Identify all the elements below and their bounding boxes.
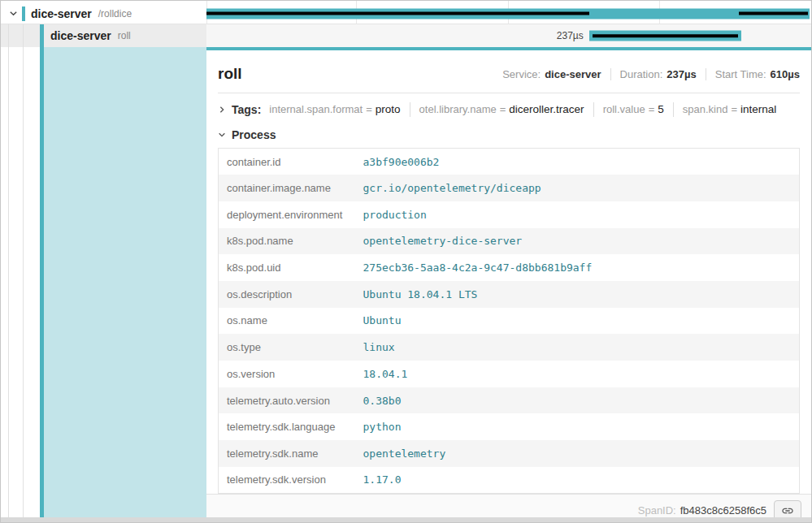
process-value: production (355, 201, 800, 228)
table-row: os.version18.04.1 (219, 361, 800, 387)
tag-key: otel.library.name (419, 103, 497, 115)
spanid-value: fb483c8c6258f6c5 (680, 504, 766, 517)
tag-value: diceroller.tracer (509, 103, 584, 115)
tag-equals: = (366, 103, 372, 115)
table-row: os.descriptionUbuntu 18.04.1 LTS (219, 281, 800, 308)
process-key: telemetry.auto.version (219, 387, 355, 414)
table-row: telemetry.sdk.nameopentelemetry (219, 440, 800, 467)
chevron-down-icon (218, 131, 226, 139)
process-key: os.description (219, 281, 355, 308)
service-name: dice-server (50, 29, 111, 42)
process-value: opentelemetry (355, 440, 800, 467)
tags-accordion[interactable]: Tags: internal.span.format = proto otel.… (218, 100, 800, 119)
self-time-segment (739, 12, 808, 15)
span-row-roll-selected[interactable]: dice-server roll 237µs (1, 24, 811, 47)
span-track[interactable] (206, 3, 811, 24)
span-bar-rolldice[interactable] (206, 8, 810, 19)
indent-guide (8, 24, 9, 47)
process-key: container.id (219, 149, 355, 175)
table-row: container.image.namegcr.io/opentelemetry… (219, 175, 800, 201)
spanid-label: SpanID: (638, 504, 676, 517)
chevron-down-icon[interactable] (7, 9, 19, 18)
duration-stat-label: Duration: (620, 68, 663, 80)
process-key: os.name (219, 308, 355, 335)
tag-value: 5 (658, 103, 664, 115)
service-stat-label: Service: (502, 68, 541, 80)
span-name-cell[interactable]: dice-server roll (1, 24, 206, 47)
process-key: k8s.pod.uid (219, 254, 355, 281)
process-key: telemetry.sdk.name (219, 440, 355, 467)
tags-label: Tags: (232, 103, 261, 116)
process-value: Ubuntu 18.04.1 LTS (355, 281, 800, 308)
process-value: Ubuntu (355, 308, 800, 335)
table-row: k8s.pod.nameopentelemetry-dice-server (219, 228, 800, 255)
divider (593, 102, 594, 117)
process-key: telemetry.sdk.language (219, 413, 355, 440)
divider (218, 93, 800, 93)
process-label: Process (232, 128, 276, 141)
tag-equals: = (500, 103, 506, 115)
span-duration-label: 237µs (557, 30, 588, 41)
tag-key: roll.value (603, 103, 645, 115)
process-value: 0.38b0 (355, 387, 800, 414)
table-row: os.nameUbuntu (219, 308, 800, 335)
span-name-cell[interactable]: dice-server /rolldice (1, 3, 206, 24)
span-detail-header: roll Service: dice-server Duration: 237µ… (218, 65, 800, 83)
service-color-bar (22, 6, 25, 21)
process-key: deployment.environment (219, 201, 355, 228)
tag-value: internal (740, 103, 776, 115)
table-row: container.ida3bf90e006b2 (219, 149, 800, 175)
span-detail-panel: roll Service: dice-server Duration: 237µ… (206, 47, 811, 521)
indent-guide (23, 24, 24, 47)
process-value: a3bf90e006b2 (355, 149, 800, 175)
self-time-segment (593, 34, 738, 38)
table-row: telemetry.sdk.languagepython (219, 413, 800, 440)
start-time-stat-value: 610µs (771, 68, 800, 80)
selected-span-highlight (44, 47, 206, 521)
operation-name: roll (118, 30, 131, 41)
link-icon (781, 504, 794, 517)
table-row: os.typelinux (219, 334, 800, 361)
tag-equals: = (649, 103, 655, 115)
service-name: dice-server (31, 7, 92, 20)
selected-span-gutter (1, 47, 206, 521)
process-value: python (355, 413, 800, 440)
divider (410, 102, 410, 117)
process-value: gcr.io/opentelemetry/diceapp (355, 175, 800, 201)
process-key: k8s.pod.name (219, 228, 355, 255)
process-value: 18.04.1 (355, 361, 800, 387)
tag-key: span.kind (683, 103, 728, 115)
process-key: telemetry.sdk.version (219, 467, 355, 494)
span-title: roll (218, 65, 242, 83)
bottom-scroll-track (1, 517, 811, 522)
divider (610, 68, 611, 80)
indent-guide (8, 47, 9, 521)
process-key: container.image.name (219, 175, 355, 201)
process-value: linux (355, 334, 800, 361)
table-row: k8s.pod.uid275ecb36-5aa8-4c2a-9c47-d8bb6… (219, 254, 800, 281)
chevron-right-icon (218, 106, 226, 114)
service-color-bar (40, 24, 44, 47)
process-table: container.ida3bf90e006b2 container.image… (218, 148, 800, 494)
duration-stat-value: 237µs (667, 68, 696, 80)
jaeger-trace-detail-view: dice-server /rolldice dice-server roll (0, 0, 812, 523)
table-row: deployment.environmentproduction (219, 201, 800, 228)
span-stats: Service: dice-server Duration: 237µs Sta… (502, 68, 800, 80)
process-value: opentelemetry-dice-server (355, 228, 800, 255)
indent-guide (23, 47, 24, 521)
self-time-segment (206, 12, 589, 15)
process-key: os.type (219, 334, 355, 361)
process-accordion[interactable]: Process (218, 126, 800, 143)
table-row: telemetry.sdk.version1.17.0 (219, 467, 800, 494)
divider (706, 68, 706, 80)
span-row-rolldice[interactable]: dice-server /rolldice (1, 3, 811, 24)
process-value: 275ecb36-5aa8-4c2a-9c47-d8bb681b9aff (355, 254, 800, 281)
process-key: os.version (219, 361, 355, 387)
trace-timeline: dice-server /rolldice dice-server roll (1, 1, 811, 47)
table-row: telemetry.auto.version0.38b0 (219, 387, 800, 414)
span-bar-roll[interactable] (589, 31, 741, 41)
divider (673, 102, 674, 117)
process-value: 1.17.0 (355, 467, 800, 494)
service-stat-value: dice-server (545, 68, 601, 80)
span-track[interactable]: 237µs (206, 24, 811, 47)
